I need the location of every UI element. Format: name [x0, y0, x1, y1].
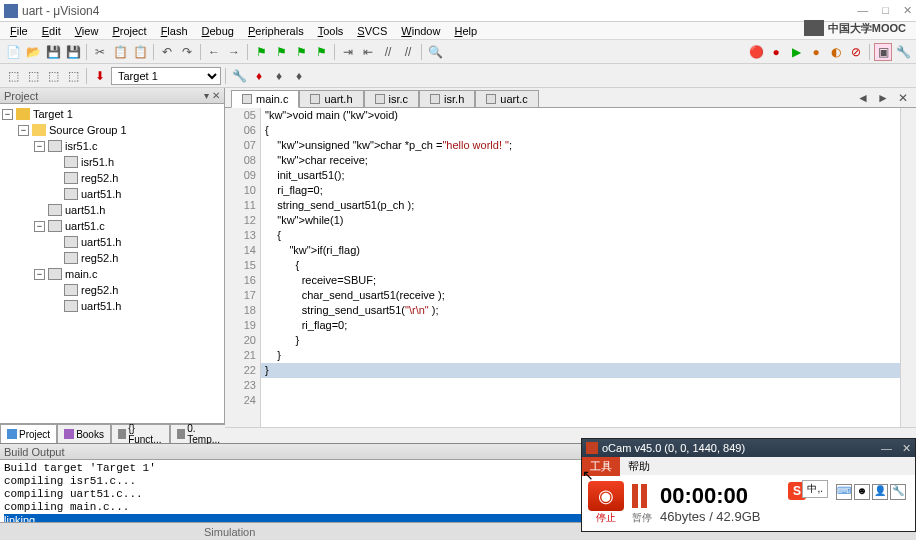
step-icon[interactable]: ◐	[827, 43, 845, 61]
breakpoint-icon[interactable]: ●	[767, 43, 785, 61]
file-tab-uart.c[interactable]: uart.c	[475, 90, 539, 107]
code-editor[interactable]: "kw">void main ("kw">void) { "kw">unsign…	[261, 108, 900, 427]
tree-child-isr51.h[interactable]: isr51.h	[2, 154, 222, 170]
run-icon[interactable]: ▶	[787, 43, 805, 61]
tree-file-main.c[interactable]: −main.c	[2, 266, 222, 282]
main-area: Project ▾ ✕ −Target 1−Source Group 1−isr…	[0, 88, 916, 443]
project-sidebar: Project ▾ ✕ −Target 1−Source Group 1−isr…	[0, 88, 225, 443]
ime-btn-3[interactable]: 👤	[872, 484, 888, 500]
batch-build-icon[interactable]: ⬚	[64, 67, 82, 85]
bookmark-icon[interactable]: ⚑	[252, 43, 270, 61]
maximize-button[interactable]: □	[882, 4, 889, 17]
line-gutter: 05 06 07 08 09 10 11 12 13 14 15 16 17 1…	[225, 108, 261, 427]
project-tab-3[interactable]: 0. Temp...	[170, 424, 229, 443]
build-all-icon[interactable]: ⬚	[44, 67, 62, 85]
open-file-icon[interactable]: 📂	[24, 43, 42, 61]
save-icon[interactable]: 💾	[44, 43, 62, 61]
ime-btn-4[interactable]: 🔧	[890, 484, 906, 500]
file-tab-main.c[interactable]: main.c	[231, 90, 299, 108]
vertical-scrollbar[interactable]	[900, 108, 916, 427]
menu-edit[interactable]: Edit	[36, 24, 67, 38]
project-tab-0[interactable]: Project	[0, 424, 57, 443]
menu-peripherals[interactable]: Peripherals	[242, 24, 310, 38]
ocam-app-icon	[586, 442, 598, 454]
stop-icon[interactable]: ●	[807, 43, 825, 61]
project-tree[interactable]: −Target 1−Source Group 1−isr51.cisr51.hr…	[0, 104, 224, 423]
menu-tools[interactable]: Tools	[312, 24, 350, 38]
tab-next-icon[interactable]: ►	[874, 89, 892, 107]
undo-icon[interactable]: ↶	[158, 43, 176, 61]
window-icon[interactable]: ▣	[874, 43, 892, 61]
ime-btn-1[interactable]: ⌨	[836, 484, 852, 500]
copy-icon[interactable]: 📋	[111, 43, 129, 61]
code-area[interactable]: 05 06 07 08 09 10 11 12 13 14 15 16 17 1…	[225, 108, 916, 427]
menu-debug[interactable]: Debug	[196, 24, 240, 38]
tree-child-uart51.h[interactable]: uart51.h	[2, 234, 222, 250]
ime-btn-2[interactable]: ☻	[854, 484, 870, 500]
manage3-icon[interactable]: ♦	[290, 67, 308, 85]
project-tab-1[interactable]: Books	[57, 424, 111, 443]
ocam-pause-button[interactable]: 暂停	[632, 481, 652, 525]
menu-help[interactable]: Help	[448, 24, 483, 38]
manage2-icon[interactable]: ♦	[270, 67, 288, 85]
panel-close-icon[interactable]: ▾ ✕	[204, 90, 220, 101]
ocam-help-menu[interactable]: 帮助	[620, 457, 658, 476]
ocam-close-icon[interactable]: ✕	[902, 442, 911, 455]
options-icon[interactable]: 🔧	[230, 67, 248, 85]
new-file-icon[interactable]: 📄	[4, 43, 22, 61]
menu-view[interactable]: View	[69, 24, 105, 38]
close-button[interactable]: ✕	[903, 4, 912, 17]
file-tab-isr.h[interactable]: isr.h	[419, 90, 475, 107]
debug-icon[interactable]: 🔴	[747, 43, 765, 61]
tree-child-uart51.h[interactable]: uart51.h	[2, 186, 222, 202]
tree-file-uart51.h[interactable]: uart51.h	[2, 202, 222, 218]
tree-child-reg52.h[interactable]: reg52.h	[2, 170, 222, 186]
indent-icon[interactable]: ⇥	[339, 43, 357, 61]
tree-group[interactable]: −Source Group 1	[2, 122, 222, 138]
minimize-button[interactable]: —	[857, 4, 868, 17]
config-icon[interactable]: 🔧	[894, 43, 912, 61]
bookmark-prev-icon[interactable]: ⚑	[272, 43, 290, 61]
bookmark-next-icon[interactable]: ⚑	[292, 43, 310, 61]
project-tab-2[interactable]: {} Funct...	[111, 424, 170, 443]
ocam-stop-button[interactable]: ◉ 停止	[588, 481, 624, 525]
ocam-titlebar[interactable]: oCam v45.0 (0, 0, 1440, 849) —✕	[582, 439, 915, 457]
tree-target[interactable]: −Target 1	[2, 106, 222, 122]
outdent-icon[interactable]: ⇤	[359, 43, 377, 61]
tree-file-uart51.c[interactable]: −uart51.c	[2, 218, 222, 234]
file-tab-isr.c[interactable]: isr.c	[364, 90, 420, 107]
tab-close-icon[interactable]: ✕	[894, 89, 912, 107]
menu-project[interactable]: Project	[106, 24, 152, 38]
redo-icon[interactable]: ↷	[178, 43, 196, 61]
file-tab-uart.h[interactable]: uart.h	[299, 90, 363, 107]
menu-svcs[interactable]: SVCS	[351, 24, 393, 38]
manage-icon[interactable]: ♦	[250, 67, 268, 85]
tree-child-reg52.h[interactable]: reg52.h	[2, 282, 222, 298]
comment-icon[interactable]: //	[379, 43, 397, 61]
find-icon[interactable]: 🔍	[426, 43, 444, 61]
step-over-icon[interactable]: ⊘	[847, 43, 865, 61]
cut-icon[interactable]: ✂	[91, 43, 109, 61]
menu-window[interactable]: Window	[395, 24, 446, 38]
nav-back-icon[interactable]: ←	[205, 43, 223, 61]
build-target-icon[interactable]: ⬚	[4, 67, 22, 85]
bookmark-clear-icon[interactable]: ⚑	[312, 43, 330, 61]
rebuild-icon[interactable]: ⬚	[24, 67, 42, 85]
tree-child-uart51.h[interactable]: uart51.h	[2, 298, 222, 314]
tree-file-isr51.c[interactable]: −isr51.c	[2, 138, 222, 154]
window-titlebar: uart - μVision4 — □ ✕	[0, 0, 916, 22]
paste-icon[interactable]: 📋	[131, 43, 149, 61]
toolbar-1: 📄 📂 💾 💾 ✂ 📋 📋 ↶ ↷ ← → ⚑ ⚑ ⚑ ⚑ ⇥ ⇤ // // …	[0, 40, 916, 64]
download-icon[interactable]: ⬇	[91, 67, 109, 85]
uncomment-icon[interactable]: //	[399, 43, 417, 61]
target-select[interactable]: Target 1	[111, 67, 221, 85]
tree-child-reg52.h[interactable]: reg52.h	[2, 250, 222, 266]
ime-label[interactable]: 中,.	[802, 480, 828, 498]
menu-file[interactable]: File	[4, 24, 34, 38]
menu-flash[interactable]: Flash	[155, 24, 194, 38]
nav-fwd-icon[interactable]: →	[225, 43, 243, 61]
tab-prev-icon[interactable]: ◄	[854, 89, 872, 107]
ocam-minimize-icon[interactable]: —	[881, 442, 892, 455]
save-all-icon[interactable]: 💾	[64, 43, 82, 61]
mouse-cursor: ↖	[582, 467, 594, 483]
